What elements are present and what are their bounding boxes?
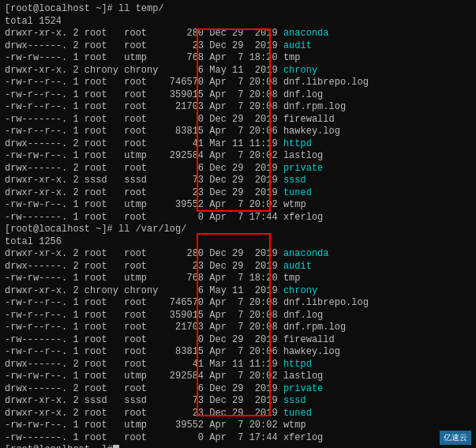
table-row: -rw-r--r--. 1 root root 83815 Apr 7 20:0…: [5, 126, 471, 138]
command-line-2: [root@localhost ~]# ll /var/log/: [5, 224, 471, 236]
table-row: drwx------. 2 root root 6 Dec 29 2019 pr…: [5, 163, 471, 175]
table-row: drwx------. 2 root root 41 Mar 11 11:19 …: [5, 138, 471, 151]
final-prompt-line: [root@localhost ~]#: [5, 444, 471, 448]
watermark: 亿速云: [440, 431, 471, 445]
table-row: -rw-r--r--. 1 root root 359015 Apr 7 20:…: [5, 89, 471, 102]
table-row: drwx------. 2 root root 6 Dec 29 2019 pr…: [5, 383, 471, 396]
table-row: -rw-rw----. 1 root utmp 768 Apr 7 18:20 …: [5, 273, 471, 285]
table-row: -rw-r--r--. 1 root root 21703 Apr 7 20:0…: [5, 322, 471, 334]
table-row: -rw-rw----. 1 root utmp 768 Apr 7 18:20 …: [5, 52, 471, 65]
prompt-1: [root@localhost ~]# ll temp/: [5, 3, 164, 16]
table-row: drwxr-xr-x. 2 root root 280 Dec 29 2019 …: [5, 248, 471, 261]
table-row: -rw-------. 1 root root 0 Apr 7 17:44 xf…: [5, 212, 471, 224]
table-row: -rw-r--r--. 1 root root 21703 Apr 7 20:0…: [5, 101, 471, 114]
table-row: drwx------. 2 root root 23 Dec 29 2019 a…: [5, 261, 471, 273]
cursor: [113, 445, 119, 448]
table-row: drwxr-xr-x. 2 chrony chrony 6 May 11 201…: [5, 65, 471, 77]
table-row: -rw-r--r--. 1 root root 746570 Apr 7 20:…: [5, 77, 471, 89]
table-row: drwxr-xr-x. 2 root root 23 Dec 29 2019 t…: [5, 187, 471, 200]
table-row: -rw-rw-r--. 1 root utmp 292584 Apr 7 20:…: [5, 150, 471, 163]
table-row: -rw-r--r--. 1 root root 746570 Apr 7 20:…: [5, 297, 471, 310]
table-row: -rw-------. 1 root root 0 Dec 29 2019 fi…: [5, 114, 471, 126]
table-row: drwxr-xr-x. 2 chrony chrony 6 May 11 201…: [5, 285, 471, 298]
total-1: total 1524: [5, 16, 471, 28]
table-row: -rw-rw-r--. 1 root utmp 39552 Apr 7 20:0…: [5, 420, 471, 432]
table-row: -rw-r--r--. 1 root root 359015 Apr 7 20:…: [5, 310, 471, 322]
terminal: [root@localhost ~]# ll temp/ total 1524 …: [0, 0, 476, 448]
table-row: drwxr-xr-x. 2 sssd sssd 73 Dec 29 2019 s…: [5, 395, 471, 408]
table-row: drwxr-xr-x. 2 root root 23 Dec 29 2019 t…: [5, 408, 471, 420]
table-row: -rw-rw-r--. 1 root utmp 39552 Apr 7 20:0…: [5, 199, 471, 212]
table-row: drwxr-xr-x. 2 sssd sssd 73 Dec 29 2019 s…: [5, 175, 471, 187]
total-2: total 1256: [5, 236, 471, 249]
table-row: drwx------. 2 root root 41 Mar 11 11:19 …: [5, 359, 471, 371]
table-row: drwx------. 2 root root 23 Dec 29 2019 a…: [5, 40, 471, 53]
table-row: -rw-r--r--. 1 root root 83815 Apr 7 20:0…: [5, 346, 471, 359]
table-row: drwxr-xr-x. 2 root root 280 Dec 29 2019 …: [5, 28, 471, 40]
table-row: -rw-------. 1 root root 0 Dec 29 2019 fi…: [5, 334, 471, 347]
command-line-1: [root@localhost ~]# ll temp/: [5, 3, 471, 16]
table-row: -rw-------. 1 root root 0 Apr 7 17:44 xf…: [5, 432, 471, 445]
table-row: -rw-rw-r--. 1 root utmp 292584 Apr 7 20:…: [5, 371, 471, 383]
